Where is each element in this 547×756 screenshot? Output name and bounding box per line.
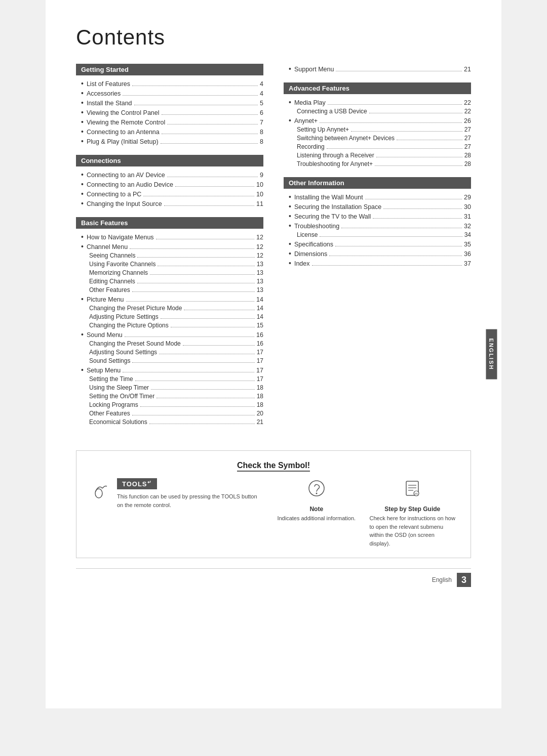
toc-item: Connecting a USB Device 22 [284,107,471,115]
toc-page: 34 [464,231,471,238]
toc-label: Setting the Time [89,375,133,383]
tools-symbol: TOOLS↵ This function can be used by pres… [92,478,263,509]
toc-item: Viewing the Remote Control 7 [76,117,263,127]
toc-item: Support Menu 21 [284,64,471,73]
toc-item: Accessories 4 [76,88,263,98]
toc-label: Troubleshooting [294,223,339,230]
section-header-basic-features: Basic Features [76,217,263,229]
toc-item: Using Favorite Channels 13 [76,260,263,268]
tools-description: This function can be used by pressing th… [117,492,263,509]
toc-label: Connecting to an Antenna [87,129,160,136]
toc-item: Adjusting Sound Settings 17 [76,348,263,356]
toc-page: 26 [464,117,471,124]
toc-item: Other Features 13 [76,285,263,294]
toc-page: 17 [257,357,263,364]
toc-item: Setting the Time 17 [76,374,263,383]
toc-page: 37 [464,260,471,267]
toc-item: License 34 [284,230,471,239]
note-description: Indicates additional information. [277,514,356,523]
toc-item: Installing the Wall Mount 29 [284,192,471,201]
toc-page: 31 [464,213,471,220]
toc-page: 27 [464,135,471,142]
toc-page: 8 [260,138,263,145]
footer-language: English [432,576,452,583]
toc-page: 22 [464,99,471,106]
toc-page: 18 [257,393,263,400]
toc-page: 16 [256,331,263,339]
toc-label: Other Features [89,410,130,417]
toc-label: Anynet+ [294,117,318,124]
toc-page: 27 [464,143,471,150]
toc-label: Troubleshooting for Anynet+ [297,160,373,167]
page-title: Contents [76,25,471,50]
toc-item: Troubleshooting 32 [284,221,471,230]
toc-item: How to Navigate Menus 12 [76,232,263,241]
toc-label: Changing the Preset Picture Mode [89,305,182,312]
toc-item: Securing the TV to the Wall 31 [284,211,471,221]
toc-page: 28 [464,152,471,159]
toc-label: Support Menu [294,66,334,73]
toc-label: Dimensions [294,250,327,258]
left-column: Getting Started List of Features 4 Acces… [76,64,263,435]
toc-label: How to Navigate Menus [87,234,154,241]
toc-page: 14 [257,313,263,320]
footer-page-number: 3 [457,573,471,587]
toc-page: 28 [464,160,471,167]
note-symbol: Note Indicates additional information. [274,478,360,523]
symbols-row: TOOLS↵ This function can be used by pres… [92,478,455,548]
symbol-box: Check the Symbol! TOOLS↵ This funct [76,450,471,558]
note-icon [306,478,327,502]
other-info-list: Installing the Wall Mount 29 Securing th… [284,192,471,268]
toc-page: 4 [260,80,263,88]
tools-desc-block: TOOLS↵ This function can be used by pres… [117,478,263,509]
toc-item: Changing the Picture Options 15 [76,321,263,329]
toc-item: Connecting to a PC 10 [76,189,263,198]
toc-item: Troubleshooting for Anynet+ 28 [284,159,471,168]
section-header-getting-started: Getting Started [76,64,263,75]
toc-label: Viewing the Remote Control [87,119,165,126]
toc-page: 12 [257,252,263,259]
toc-page: 35 [464,241,471,248]
toc-page: 27 [464,126,471,133]
toc-label: Connecting a USB Device [297,108,367,115]
toc-item: Switching between Anynet+ Devices 27 [284,134,471,142]
toc-page: 30 [464,203,471,211]
toc-label: Plug & Play (Initial Setup) [87,138,159,145]
toc-label: Securing the Installation Space [294,203,381,211]
section-connections: Connections Connecting to an AV Device 9… [76,155,263,208]
toc-page: 32 [464,223,471,230]
toc-item: Sound Menu 16 [76,329,263,339]
tools-badge: TOOLS↵ [117,478,157,489]
toc-page: 4 [260,90,263,97]
toc-page: 10 [256,181,263,188]
toc-label: License [297,231,318,238]
toc-label: Changing the Input Source [87,200,162,207]
toc-page: 14 [256,296,263,303]
toc-item: Setting Up Anynet+ 27 [284,125,471,134]
toc-item: List of Features 4 [76,78,263,88]
toc-label: Seeing Channels [89,252,135,259]
toc-item: Setup Menu 17 [76,365,263,374]
toc-label: Changing the Preset Sound Mode [89,340,181,347]
toc-item: Plug & Play (Initial Setup) 8 [76,136,263,146]
toc-label: Channel Menu [87,243,128,250]
language-tab: ENGLISH [486,329,497,380]
toc-page: 7 [260,119,263,126]
toc-label: Switching between Anynet+ Devices [297,135,395,142]
page-footer: English 3 [76,568,471,587]
toc-page: 8 [260,129,263,136]
toc-item: Setting the On/Off Timer 18 [76,392,263,400]
toc-item: Connecting to an AV Device 9 [76,170,263,179]
svg-text:m: m [415,492,418,495]
section-header-other-info: Other Information [284,177,471,189]
toc-label: Setting Up Anynet+ [297,126,349,133]
toc-label: Sound Settings [89,357,130,364]
toc-label: Using Favorite Channels [89,261,155,268]
toc-page: 13 [257,261,263,268]
toc-page: 10 [256,191,263,198]
guide-label: Step by Step Guide [384,506,440,513]
getting-started-list: List of Features 4 Accessories 4 Install… [76,78,263,146]
toc-item: Specifications 35 [284,239,471,248]
toc-item: Connecting to an Audio Device 10 [76,179,263,189]
toc-item: Picture Menu 14 [76,294,263,304]
